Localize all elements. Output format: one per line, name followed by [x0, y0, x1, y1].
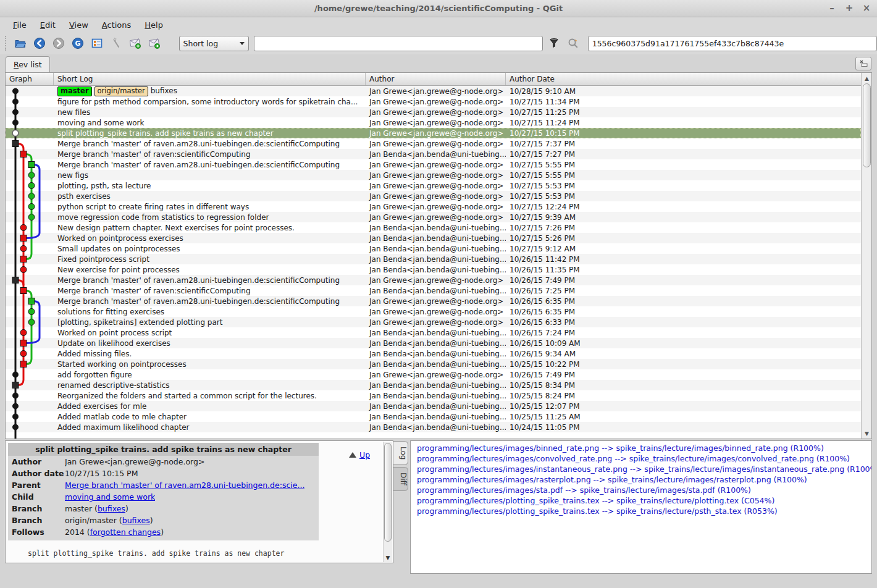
up-control[interactable]: Up [349, 450, 370, 460]
commit-row[interactable]: Added maximum likelihood chapterJan Bend… [6, 422, 861, 432]
commit-row[interactable]: psth exercisesJan Grewe<jan.grewe@g-node… [6, 191, 861, 201]
commit-row[interactable]: New design pattern chapter. Next exercis… [6, 222, 861, 233]
scrollbar-thumb[interactable] [863, 83, 871, 167]
commit-row[interactable]: Started working on pointprocessesJan Ben… [6, 359, 861, 369]
short-log-cell: python script to create firing rates in … [54, 203, 366, 211]
commit-row[interactable]: Worked on point process scriptJan Benda<… [6, 327, 861, 338]
filter-toggle-button[interactable] [547, 35, 562, 51]
commit-row[interactable]: Merge branch 'master' of raven.am28.uni-… [6, 296, 861, 306]
window-title: /home/grewe/teaching/2014/scientificComp… [314, 4, 563, 13]
short-log-cell: moving and some work [54, 119, 366, 127]
menu-file[interactable]: File [6, 19, 33, 31]
commit-row[interactable]: [plotting, spiketrains] extended plottin… [6, 317, 861, 327]
short-log-cell: Merge branch 'master' of raven:scientifi… [54, 150, 366, 159]
commit-row[interactable]: plotting, psth, sta lectureJan Grewe<jan… [6, 180, 861, 191]
commit-row[interactable]: Added missing files.Jan Benda<jan.benda@… [6, 348, 861, 359]
detail-field-branch: Branchorigin/master (bufixes) [8, 514, 319, 526]
apply-patch-button[interactable] [147, 35, 162, 51]
detail-link[interactable]: bufixes [122, 516, 150, 525]
commit-row[interactable]: renamed descriptive-statisticsJan Benda<… [6, 380, 861, 390]
diff-file-line[interactable]: programming/lectures/images/rasterplot.p… [417, 475, 871, 485]
commit-row[interactable]: split plotting_spike trains. add spike t… [6, 128, 861, 138]
close-button[interactable]: × [861, 3, 872, 14]
diff-file-line[interactable]: programming/lectures/images/binned_rate.… [417, 443, 871, 454]
commit-row[interactable]: python script to create firing rates in … [6, 201, 861, 212]
commit-row[interactable]: Small updates on pointprocessesJan Benda… [6, 243, 861, 254]
commit-row[interactable]: Merge branch 'master' of raven:scientifi… [6, 149, 861, 159]
author-cell: Jan Grewe<jan.grewe@g-node.org> [366, 308, 506, 316]
diff-file-line[interactable]: programming/lectures/plotting_spike_trai… [417, 496, 871, 506]
menu-actions[interactable]: Actions [95, 19, 138, 31]
commit-row[interactable]: new filesJan Grewe<jan.grewe@g-node.org>… [6, 107, 861, 117]
diff-file-line[interactable]: programming/lectures/images/sta.pdf --> … [417, 485, 871, 496]
forward-button[interactable] [51, 35, 67, 51]
commit-row[interactable]: Added matlab code to mle chapterJan Bend… [6, 411, 861, 422]
column-header-author[interactable]: Author [366, 73, 506, 85]
open-repository-button[interactable] [13, 35, 28, 51]
detail-link[interactable]: bufixes [98, 504, 125, 513]
author-cell: Jan Grewe<jan.grewe@g-node.org> [366, 203, 506, 211]
scroll-up-icon[interactable]: ▲ [862, 74, 871, 83]
column-header-short-log[interactable]: Short Log [54, 73, 366, 85]
maximize-button[interactable]: + [844, 3, 855, 14]
column-header-graph[interactable]: Graph [6, 73, 54, 85]
commit-row[interactable]: Merge branch 'master' of raven.am28.uni-… [6, 159, 861, 170]
short-log-cell: Merge branch 'master' of raven.am28.uni-… [54, 297, 366, 306]
commit-row[interactable]: Merge branch 'master' of raven.am28.uni-… [6, 275, 861, 285]
commit-row[interactable]: moving and some workJan Grewe<jan.grewe@… [6, 117, 861, 128]
commit-row[interactable]: New exercise for point processesJan Bend… [6, 264, 861, 275]
commit-row[interactable]: Added exercises for mleJan Benda<jan.ben… [6, 401, 861, 411]
detail-link[interactable]: moving and some work [65, 492, 155, 502]
graph-cell [6, 348, 54, 359]
commit-row[interactable]: Reorganized the folders and started a co… [6, 390, 861, 401]
scroll-down-icon[interactable]: ▼ [862, 429, 871, 438]
rev-list-scrollbar[interactable]: ▲ ▼ [861, 73, 871, 439]
menu-edit[interactable]: Edit [33, 19, 62, 31]
log-view-select[interactable]: Short log [179, 36, 250, 51]
filter-input[interactable] [254, 36, 542, 51]
diff-file-line[interactable]: programming/lectures/images/convolved_ra… [417, 454, 871, 464]
minimize-button[interactable]: – [826, 3, 837, 14]
details-scrollbar-thumb[interactable] [384, 443, 392, 542]
detail-link[interactable]: forgotten changes [90, 527, 161, 537]
highlight-search-button[interactable] [566, 35, 581, 51]
graph-cell [6, 212, 54, 222]
tab-corner-button[interactable] [855, 57, 871, 70]
tab-rev-list[interactable]: Rev list [6, 56, 50, 72]
toolbar-handle[interactable] [5, 36, 9, 51]
commit-row[interactable]: add forgotten figureJan Grewe<jan.grewe@… [6, 369, 861, 380]
short-log-cell: Reorganized the folders and started a co… [54, 392, 366, 400]
commit-row[interactable]: Worked on pointprocess exercisesJan Bend… [6, 233, 861, 243]
author-cell: Jan Grewe<jan.grewe@g-node.org> [366, 87, 506, 96]
details-scroll-down-icon[interactable]: ▼ [384, 555, 392, 561]
commit-row[interactable]: solutions for fitting exercisesJan Grewe… [6, 306, 861, 317]
diff-file-line[interactable]: programming/lectures/plotting_spike_trai… [417, 506, 871, 517]
toggle-view-button[interactable] [90, 35, 105, 51]
column-header-author-date[interactable]: Author Date [506, 73, 861, 85]
commit-row[interactable]: Merge branch 'master' of raven:scientifi… [6, 285, 861, 296]
reload-button[interactable]: G [70, 35, 86, 51]
side-tab-diff[interactable]: Diff [393, 467, 408, 491]
back-button[interactable] [32, 35, 48, 51]
sha-input[interactable] [588, 36, 877, 51]
commit-row[interactable]: Fixed pointprocess scriptJan Benda<jan.b… [6, 254, 861, 264]
commit-row[interactable]: figure for psth method comparsion, some … [6, 96, 861, 107]
find-button[interactable] [109, 35, 124, 51]
up-link[interactable]: Up [359, 450, 370, 460]
commit-row[interactable]: new figsJan Grewe<jan.grewe@g-node.org>1… [6, 170, 861, 180]
tab-rev-list-label: Rev list [14, 60, 42, 69]
menu-help[interactable]: Help [138, 19, 170, 31]
commit-row[interactable]: move regression code from statistics to … [6, 212, 861, 222]
menu-view[interactable]: View [62, 19, 95, 31]
commit-row[interactable]: masterorigin/masterbufixesJan Grewe<jan.… [6, 86, 861, 96]
detail-field-follows: Follows2014 (forgotten changes) [8, 526, 319, 538]
author-date-cell: 10/25/15 12:07 PM [506, 402, 861, 411]
save-patch-button[interactable] [128, 35, 143, 51]
diff-file-line[interactable]: programming/lectures/images/instantaneou… [417, 464, 871, 475]
commit-row[interactable]: Merge branch 'master' of raven.am28.uni-… [6, 138, 861, 149]
short-log-cell: Small updates on pointprocesses [54, 245, 366, 253]
detail-link[interactable]: Merge branch 'master' of raven.am28.uni-… [65, 481, 304, 490]
commit-row[interactable]: Update on likelihood exercisesJan Benda<… [6, 338, 861, 348]
details-scrollbar[interactable]: ▼ [383, 442, 392, 562]
side-tab-log[interactable]: Log [393, 441, 408, 465]
